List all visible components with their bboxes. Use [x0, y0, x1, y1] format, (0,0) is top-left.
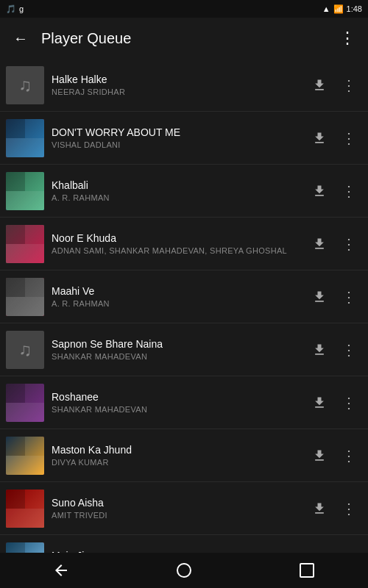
- track-more-button[interactable]: ⋮: [336, 231, 362, 257]
- track-actions: ⋮: [306, 178, 362, 204]
- nav-recent-button[interactable]: [285, 556, 329, 585]
- track-info: Maston Ka JhundDIVYA KUMAR: [52, 444, 299, 467]
- track-more-button[interactable]: ⋮: [336, 442, 362, 469]
- download-button[interactable]: [306, 284, 333, 310]
- track-more-button[interactable]: ⋮: [336, 178, 362, 204]
- track-name: Halke Halke: [52, 74, 299, 85]
- track-thumbnail: [6, 490, 44, 528]
- track-info: KhalbaliA. R. RAHMAN: [52, 179, 299, 202]
- track-actions: ⋮: [306, 495, 362, 522]
- track-actions: ⋮: [306, 125, 362, 151]
- bottom-navigation: [0, 553, 368, 588]
- track-artist: ADNAN SAMI, SHANKAR MAHADEVAN, SHREYA GH…: [52, 246, 299, 255]
- track-artist: A. R. RAHMAN: [52, 299, 299, 308]
- track-actions: ⋮: [306, 231, 362, 257]
- track-name: Maahi Ve: [52, 285, 299, 297]
- download-button[interactable]: [306, 72, 333, 98]
- track-name: Noor E Khuda: [52, 232, 299, 244]
- track-name: Roshanee: [52, 391, 299, 403]
- track-actions: ⋮: [306, 284, 362, 310]
- track-artist: SHANKAR MAHADEVAN: [52, 352, 299, 361]
- track-artist: SHANKAR MAHADEVAN: [52, 405, 299, 414]
- status-icons-left: 🎵 g: [6, 4, 24, 14]
- top-bar: ← Player Queue ⋮: [0, 18, 368, 59]
- track-thumbnail: [6, 172, 44, 210]
- svg-rect-1: [300, 564, 314, 577]
- track-actions: ⋮: [306, 72, 362, 98]
- download-button[interactable]: [306, 495, 333, 522]
- more-options-button[interactable]: ⋮: [333, 24, 362, 53]
- track-item[interactable]: DON'T WORRY ABOUT MEVISHAL DADLANI⋮: [0, 112, 368, 165]
- track-name: Khalbali: [52, 179, 299, 191]
- page-title: Player Queue: [35, 30, 333, 47]
- download-button[interactable]: [306, 125, 333, 151]
- track-info: Maahi VeA. R. RAHMAN: [52, 285, 299, 308]
- time-display: 1:48: [347, 4, 362, 13]
- track-thumbnail: [6, 278, 44, 316]
- track-more-button[interactable]: ⋮: [336, 337, 362, 363]
- track-artist: DIVYA KUMAR: [52, 458, 299, 467]
- track-item[interactable]: Maston Ka JhundDIVYA KUMAR⋮: [0, 429, 368, 482]
- track-actions: ⋮: [306, 337, 362, 363]
- track-more-button[interactable]: ⋮: [336, 495, 362, 522]
- nav-back-button[interactable]: [39, 556, 83, 585]
- track-item[interactable]: KhalbaliA. R. RAHMAN⋮: [0, 165, 368, 218]
- track-thumbnail: [6, 437, 44, 475]
- track-more-button[interactable]: ⋮: [336, 390, 362, 416]
- track-info: Halke HalkeNEERAJ SRIDHAR: [52, 74, 299, 96]
- music-note-icon: ♫: [18, 340, 32, 360]
- track-item[interactable]: Noor E KhudaADNAN SAMI, SHANKAR MAHADEVA…: [0, 218, 368, 270]
- track-name: DON'T WORRY ABOUT ME: [52, 126, 299, 138]
- track-artist: VISHAL DADLANI: [52, 140, 299, 149]
- app-icon-1: 🎵: [6, 4, 16, 14]
- track-item[interactable]: ♫Sapnon Se Bhare NainaSHANKAR MAHADEVAN⋮: [0, 323, 368, 376]
- download-button[interactable]: [306, 231, 333, 257]
- track-info: Sapnon Se Bhare NainaSHANKAR MAHADEVAN: [52, 338, 299, 361]
- track-item[interactable]: Maahi VeA. R. RAHMAN⋮: [0, 270, 368, 323]
- app-icon-2: g: [19, 4, 24, 13]
- download-button[interactable]: [306, 442, 333, 469]
- track-info: Noor E KhudaADNAN SAMI, SHANKAR MAHADEVA…: [52, 232, 299, 255]
- track-actions: ⋮: [306, 442, 362, 469]
- track-item[interactable]: RoshaneeSHANKAR MAHADEVAN⋮: [0, 376, 368, 429]
- status-bar: 🎵 g ▲ 📶 1:48: [0, 0, 368, 18]
- download-button[interactable]: [306, 178, 333, 204]
- track-thumbnail: ♫: [6, 331, 44, 369]
- back-button[interactable]: ←: [6, 24, 35, 53]
- track-thumbnail: [6, 542, 44, 553]
- track-more-button[interactable]: ⋮: [336, 72, 362, 98]
- track-info: Suno AishaAMIT TRIVEDI: [52, 497, 299, 520]
- track-info: RoshaneeSHANKAR MAHADEVAN: [52, 391, 299, 414]
- track-more-button[interactable]: ⋮: [336, 125, 362, 151]
- track-item[interactable]: Main JiyoongaNIKHIL D'SOUZA, ADDITIONAL …: [0, 535, 368, 553]
- music-note-icon: ♫: [18, 75, 32, 96]
- track-list: ♫Halke HalkeNEERAJ SRIDHAR⋮DON'T WORRY A…: [0, 59, 368, 553]
- track-info: DON'T WORRY ABOUT MEVISHAL DADLANI: [52, 126, 299, 149]
- download-button[interactable]: [306, 390, 333, 416]
- track-name: Suno Aisha: [52, 497, 299, 509]
- nav-home-button[interactable]: [162, 556, 206, 585]
- track-item[interactable]: ♫Halke HalkeNEERAJ SRIDHAR⋮: [0, 59, 368, 112]
- track-thumbnail: ♫: [6, 66, 44, 104]
- track-artist: A. R. RAHMAN: [52, 193, 299, 202]
- track-more-button[interactable]: ⋮: [336, 284, 362, 310]
- track-actions: ⋮: [306, 390, 362, 416]
- status-icons-right: ▲ 📶 1:48: [322, 4, 362, 14]
- track-name: Sapnon Se Bhare Naina: [52, 338, 299, 350]
- wifi-icon: ▲: [322, 4, 330, 13]
- track-artist: AMIT TRIVEDI: [52, 511, 299, 520]
- track-name: Maston Ka Jhund: [52, 444, 299, 456]
- download-button[interactable]: [306, 337, 333, 363]
- track-item[interactable]: Suno AishaAMIT TRIVEDI⋮: [0, 482, 368, 535]
- track-thumbnail: [6, 384, 44, 422]
- svg-point-0: [177, 564, 191, 577]
- track-thumbnail: [6, 225, 44, 263]
- track-thumbnail: [6, 119, 44, 157]
- track-artist: NEERAJ SRIDHAR: [52, 87, 299, 96]
- signal-icon: 📶: [333, 4, 344, 14]
